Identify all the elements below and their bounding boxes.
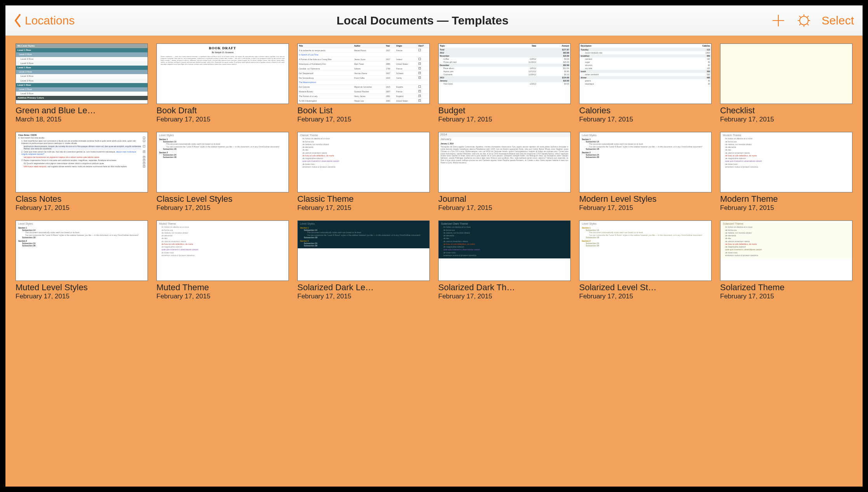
- document-title: Book Draft: [156, 106, 289, 116]
- document-thumbnail: Solarized Theme Ac fortius uti olandus e…: [720, 220, 852, 281]
- document-thumbnail: 2014 January January 1, 2014 Trescigulas…: [438, 132, 571, 192]
- document-title: Solarized Dark Th…: [438, 282, 571, 293]
- document-card[interactable]: Class Notes: CS229 A. Sunt autem fuci si…: [16, 132, 148, 212]
- document-date: February 17, 2015: [438, 116, 571, 123]
- document-card[interactable]: TitleAuthorYearOriginOwn?À la recherche …: [297, 43, 430, 123]
- chevron-left-icon: [14, 14, 22, 27]
- document-date: February 17, 2015: [156, 204, 289, 212]
- app-window: Locations Local Documents — Templates: [5, 5, 863, 487]
- page-title: Local Documents — Templates: [82, 14, 763, 27]
- document-date: February 17, 2015: [579, 293, 712, 300]
- document-date: February 17, 2015: [297, 293, 430, 300]
- document-thumbnail: TopicDateAmountTotal$177.872012$63.88Nov…: [438, 43, 571, 104]
- svg-line-5: [799, 16, 801, 17]
- document-title: Muted Theme: [156, 282, 289, 293]
- document-title: Class Notes: [16, 194, 148, 204]
- document-thumbnail: Class Notes: CS229 A. Sunt autem fuci si…: [16, 132, 148, 192]
- document-card[interactable]: BOOK DRAFT By Sample D. Ocument Eitiros …: [156, 43, 289, 123]
- svg-point-0: [800, 16, 808, 25]
- document-date: February 17, 2015: [297, 204, 430, 212]
- document-date: February 17, 2015: [579, 116, 712, 123]
- document-thumbnail: BOOK DRAFT By Sample D. Ocument Eitiros …: [156, 43, 289, 104]
- document-thumbnail: DescriptionCaloriesTuesday-112basal meta…: [579, 43, 712, 104]
- document-card[interactable]: Modern Theme Ac fortius uti olandus et u…: [720, 132, 852, 212]
- plus-icon: [771, 14, 785, 28]
- document-thumbnail: Level Styles Section 1 Subsection 1A Thi…: [297, 220, 430, 281]
- document-thumbnail: TitleAuthorYearOriginOwn?À la recherche …: [297, 43, 430, 104]
- document-title: Solarized Theme: [720, 282, 852, 293]
- document-card[interactable]: ChecklistFebruary 17, 2015: [720, 43, 852, 123]
- document-thumbnail: Muted Theme Ac fortius uti olandus et ut…: [156, 220, 289, 281]
- document-date: February 17, 2015: [16, 293, 148, 300]
- back-label: Locations: [25, 14, 75, 27]
- document-card[interactable]: Level Styles Section 1 Subsection 1A Thi…: [579, 220, 712, 300]
- document-card[interactable]: DescriptionCaloriesTuesday-112basal meta…: [579, 43, 712, 123]
- document-card[interactable]: TopicDateAmountTotal$177.872012$63.88Nov…: [438, 43, 571, 123]
- back-button[interactable]: Locations: [14, 14, 75, 27]
- document-thumbnail: Classic Theme Ac fortius uti olandus et …: [297, 132, 430, 192]
- document-thumbnail: My Level Styles Level 1 Row Level 2 Row …: [16, 43, 148, 104]
- toolbar: Locations Local Documents — Templates: [5, 5, 863, 36]
- document-thumbnail: Level Styles Section 1 Subsection 1A Thi…: [579, 220, 712, 281]
- svg-line-8: [799, 24, 801, 25]
- document-date: February 17, 2015: [720, 116, 852, 123]
- document-card[interactable]: Level Styles Section 1 Subsection 1A Thi…: [16, 220, 148, 300]
- document-thumbnail: Level Styles Section 1 Subsection 1A Thi…: [156, 132, 289, 192]
- document-title: Green and Blue Le…: [16, 106, 148, 116]
- document-title: Classic Theme: [297, 194, 430, 204]
- document-card[interactable]: 2014 January January 1, 2014 Trescigulas…: [438, 132, 571, 212]
- document-title: Solarized Dark Le…: [297, 282, 430, 293]
- document-title: Modern Level Styles: [579, 194, 712, 204]
- document-date: February 17, 2015: [438, 293, 571, 300]
- document-title: Classic Level Styles: [156, 194, 289, 204]
- svg-line-6: [807, 24, 809, 25]
- document-date: February 17, 2015: [156, 116, 289, 123]
- document-date: March 18, 2015: [16, 116, 148, 123]
- document-thumbnail: [720, 43, 852, 104]
- document-date: February 17, 2015: [720, 204, 852, 212]
- document-card[interactable]: Solarized Dark Theme Ac fortius uti olan…: [438, 220, 571, 300]
- document-card[interactable]: Level Styles Section 1 Subsection 1A Thi…: [156, 132, 289, 212]
- document-card[interactable]: Solarized Theme Ac fortius uti olandus e…: [720, 220, 852, 300]
- document-date: February 17, 2015: [156, 293, 289, 300]
- document-date: February 17, 2015: [438, 204, 571, 212]
- document-date: February 17, 2015: [297, 116, 430, 123]
- document-title: Journal: [438, 194, 571, 204]
- document-title: Book List: [297, 106, 430, 116]
- document-card[interactable]: My Level Styles Level 1 Row Level 2 Row …: [16, 43, 148, 123]
- document-card[interactable]: Level Styles Section 1 Subsection 1A Thi…: [297, 220, 430, 300]
- document-date: February 17, 2015: [720, 293, 852, 300]
- document-thumbnail: Level Styles Section 1 Subsection 1A Thi…: [579, 132, 712, 192]
- document-card[interactable]: Muted Theme Ac fortius uti olandus et ut…: [156, 220, 289, 300]
- document-card[interactable]: Level Styles Section 1 Subsection 1A Thi…: [579, 132, 712, 212]
- svg-line-7: [807, 16, 809, 17]
- document-title: Solarized Level St…: [579, 282, 712, 293]
- document-title: Modern Theme: [720, 194, 852, 204]
- select-button[interactable]: Select: [822, 14, 854, 27]
- document-title: Budget: [438, 106, 571, 116]
- document-date: February 17, 2015: [579, 204, 712, 212]
- document-title: Calories: [579, 106, 712, 116]
- documents-grid: My Level Styles Level 1 Row Level 2 Row …: [16, 43, 852, 300]
- document-thumbnail: Modern Theme Ac fortius uti olandus et u…: [720, 132, 852, 192]
- add-button[interactable]: [771, 13, 786, 28]
- document-card[interactable]: Classic Theme Ac fortius uti olandus et …: [297, 132, 430, 212]
- document-title: Muted Level Styles: [16, 282, 148, 293]
- document-thumbnail: Level Styles Section 1 Subsection 1A Thi…: [16, 220, 148, 281]
- settings-button[interactable]: [796, 13, 812, 28]
- document-title: Checklist: [720, 106, 852, 116]
- documents-grid-scroll[interactable]: My Level Styles Level 1 Row Level 2 Row …: [5, 36, 863, 487]
- document-date: February 17, 2015: [16, 204, 148, 212]
- document-thumbnail: Solarized Dark Theme Ac fortius uti olan…: [438, 220, 571, 281]
- gear-icon: [797, 14, 811, 28]
